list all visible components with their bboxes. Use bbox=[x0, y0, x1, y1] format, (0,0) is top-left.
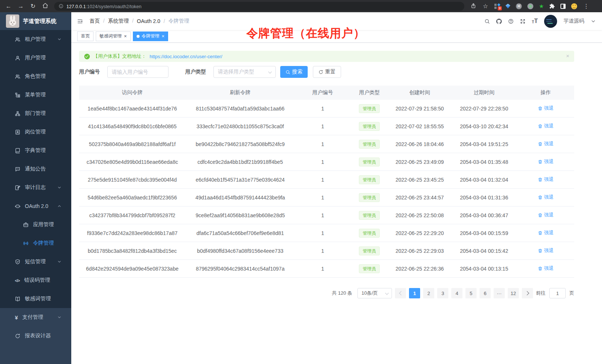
page-button[interactable]: 3 bbox=[437, 288, 448, 298]
profile-avatar-icon[interactable] bbox=[571, 3, 577, 9]
force-logout-button[interactable]: 强退 bbox=[538, 105, 554, 112]
page-button[interactable]: 5 bbox=[465, 288, 477, 298]
extensions-puzzle-icon[interactable] bbox=[549, 3, 555, 9]
browser-back-icon[interactable] bbox=[5, 3, 12, 9]
sidebar-item-user[interactable]: 用户管理 bbox=[0, 49, 71, 67]
sidebar-item-sms[interactable]: 短信管理 bbox=[0, 252, 71, 271]
next-page-button[interactable] bbox=[522, 288, 533, 298]
breadcrumb-home[interactable]: 首页 bbox=[89, 18, 108, 24]
github-icon[interactable] bbox=[496, 19, 502, 24]
search-button[interactable]: 搜索 bbox=[280, 66, 308, 78]
bookmark-star-icon[interactable] bbox=[482, 3, 489, 9]
last-page-button[interactable]: 12 bbox=[508, 288, 519, 298]
breadcrumb-system[interactable]: 系统管理 bbox=[108, 18, 137, 24]
user-type-cell: 管理员 bbox=[350, 246, 389, 255]
browser-menu-icon[interactable] bbox=[583, 3, 589, 9]
goto-page-input[interactable] bbox=[549, 288, 566, 298]
access-token-cell: f9336e7c7dd242a283ee98dc86b17a87 bbox=[79, 230, 186, 236]
sidebar-item-role[interactable]: 角色管理 bbox=[0, 67, 71, 86]
force-logout-button[interactable]: 强退 bbox=[538, 265, 554, 272]
page-button-active[interactable]: 1 bbox=[409, 288, 420, 298]
breadcrumb-oauth[interactable]: OAuth 2.0 bbox=[137, 18, 169, 24]
user-id-cell: 1 bbox=[295, 266, 350, 272]
url-host: 127.0.0.1 bbox=[66, 4, 86, 9]
browser-reload-icon[interactable] bbox=[30, 3, 36, 9]
sidebar-item-dict[interactable]: 字典管理 bbox=[0, 141, 71, 160]
sidebar-item-report-designer[interactable]: 报表设计器 bbox=[0, 327, 71, 345]
access-token-cell: 502375b8040a469a9b82188afdf6af1f bbox=[79, 141, 186, 147]
sidebar-item-notice[interactable]: 通知公告 bbox=[0, 160, 71, 178]
browser-forward-icon[interactable] bbox=[17, 3, 24, 9]
sidebar-item-tenant[interactable]: 租户管理 bbox=[0, 30, 71, 49]
extension-command-icon[interactable] bbox=[516, 3, 522, 9]
page-size-select[interactable]: 10条/页 bbox=[357, 288, 392, 298]
user-menu-caret-icon[interactable] bbox=[590, 19, 596, 24]
created-cell: 2022-06-25 23:49:09 bbox=[389, 159, 451, 165]
username[interactable]: 芋道源码 bbox=[563, 18, 584, 24]
goto-label: 前往 bbox=[536, 290, 546, 297]
sidebar-item-oauth-token[interactable]: 令牌管理 bbox=[0, 234, 71, 252]
site-info-icon[interactable] bbox=[59, 4, 63, 9]
sidebar-item-dept[interactable]: 部门管理 bbox=[0, 104, 71, 123]
fullscreen-icon[interactable] bbox=[520, 19, 526, 24]
sidebar-item-post[interactable]: 岗位管理 bbox=[0, 123, 71, 141]
tab-oauth-token[interactable]: 令牌管理 bbox=[133, 32, 169, 41]
extension-grid-icon[interactable]: 9 bbox=[494, 3, 500, 9]
reset-button[interactable]: 重置 bbox=[313, 66, 341, 78]
tab-sensitive-words[interactable]: 敏感词管理 bbox=[96, 32, 131, 41]
user-type-cell: 管理员 bbox=[350, 122, 389, 131]
expires-cell: 2054-03-10 20:42:34 bbox=[451, 123, 517, 129]
action-cell: 强退 bbox=[517, 194, 574, 201]
expires-cell: 2054-03-04 01:31:36 bbox=[451, 195, 517, 201]
browser-home-icon[interactable] bbox=[42, 3, 49, 10]
extension-record-icon[interactable] bbox=[527, 3, 533, 9]
sidebar-item-pay[interactable]: 支付管理 bbox=[0, 308, 71, 327]
user-type-select[interactable]: 请选择用户类型 bbox=[213, 66, 276, 78]
app-logo[interactable]: 芋道管理系统 bbox=[0, 12, 71, 30]
page-button[interactable]: 2 bbox=[423, 288, 434, 298]
sidebar-collapse-icon[interactable] bbox=[77, 19, 83, 24]
close-icon[interactable] bbox=[162, 34, 165, 39]
force-logout-button[interactable]: 强退 bbox=[538, 123, 554, 129]
page-button[interactable]: 4 bbox=[451, 288, 462, 298]
extension-star-icon[interactable] bbox=[539, 3, 544, 10]
alert-close-icon[interactable] bbox=[566, 53, 569, 59]
prev-page-button[interactable] bbox=[395, 288, 406, 298]
sidebar-item-menu[interactable]: 菜单管理 bbox=[0, 86, 71, 104]
force-logout-button[interactable]: 强退 bbox=[538, 194, 554, 201]
access-token-cell: b0d1785bc3a8482f812db4a3f3bd15ec bbox=[79, 248, 186, 254]
force-logout-button[interactable]: 强退 bbox=[538, 176, 554, 183]
search-icon[interactable] bbox=[484, 19, 490, 24]
user-type-badge: 管理员 bbox=[359, 246, 380, 255]
alert-text: 【用户体系】文档地址： bbox=[93, 53, 146, 60]
font-size-icon[interactable] bbox=[532, 18, 538, 24]
sidebar-item-oauth-app[interactable]: 应用管理 bbox=[0, 215, 71, 234]
root-menu-group: 支付管理 报表设计器 bbox=[0, 308, 71, 345]
sidebar-item-sensitive-words[interactable]: 敏感词管理 bbox=[0, 289, 71, 308]
tab-home[interactable]: 首页 bbox=[77, 32, 94, 41]
address-bar[interactable]: 127.0.0.1:1024/system/oauth2/token bbox=[54, 2, 464, 11]
trash-icon bbox=[538, 124, 543, 129]
force-logout-button[interactable]: 强退 bbox=[538, 229, 554, 236]
share-icon[interactable] bbox=[470, 3, 477, 10]
sidebar-item-oauth[interactable]: OAuth 2.0 bbox=[0, 197, 71, 215]
extension-gem-icon[interactable] bbox=[506, 4, 510, 9]
user-type-badge: 管理员 bbox=[359, 104, 380, 113]
briefcase-icon bbox=[23, 222, 29, 228]
user-type-badge: 管理员 bbox=[359, 264, 380, 273]
force-logout-button[interactable]: 强退 bbox=[538, 247, 554, 254]
force-logout-button[interactable]: 强退 bbox=[538, 140, 554, 147]
close-icon[interactable] bbox=[124, 34, 127, 39]
user-avatar[interactable] bbox=[544, 15, 557, 28]
reading-list-icon[interactable] bbox=[560, 4, 566, 9]
page-ellipsis-button[interactable]: ··· bbox=[494, 288, 505, 298]
alert-doc-link[interactable]: https://doc.iocoder.cn/user-center/ bbox=[150, 54, 222, 59]
force-logout-button[interactable]: 强退 bbox=[538, 212, 554, 218]
user-id-input[interactable] bbox=[107, 66, 169, 78]
sidebar-item-error-code[interactable]: 错误码管理 bbox=[0, 271, 71, 289]
page-button[interactable]: 6 bbox=[480, 288, 491, 298]
sidebar-item-audit-log[interactable]: 审计日志 bbox=[0, 178, 71, 197]
breadcrumb: 首页 系统管理 OAuth 2.0 令牌管理 bbox=[89, 18, 189, 24]
force-logout-button[interactable]: 强退 bbox=[538, 158, 554, 165]
help-icon[interactable] bbox=[508, 19, 514, 24]
